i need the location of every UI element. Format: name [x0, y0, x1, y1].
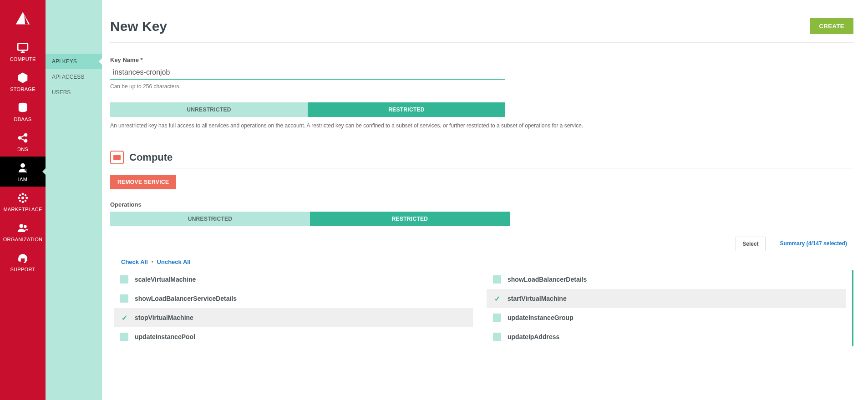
- svg-point-17: [24, 225, 26, 228]
- checkmark-icon: ✓: [120, 314, 128, 322]
- create-button[interactable]: CREATE: [810, 18, 853, 34]
- operations-tabs: Select Summary (4/147 selected): [110, 236, 853, 251]
- cube-icon: [16, 71, 30, 85]
- operations-unrestricted[interactable]: UNRESTRICTED: [110, 212, 310, 226]
- key-restriction-restricted[interactable]: RESTRICTED: [308, 102, 505, 117]
- operation-updateIpAddress[interactable]: updateIpAddress: [487, 327, 846, 346]
- operation-label: stopVirtualMachine: [135, 314, 193, 321]
- monitor-icon: [16, 41, 30, 55]
- nav-label: STORAGE: [10, 86, 36, 92]
- key-name-label: Key Name *: [110, 56, 505, 63]
- main-content: New Key CREATE Key Name * Can be up to 2…: [102, 0, 868, 400]
- share-nodes-icon: [16, 131, 30, 145]
- operation-scaleVirtualMachine[interactable]: scaleVirtualMachine: [114, 270, 473, 289]
- secondary-nav: API KEYS API ACCESS USERS: [46, 0, 102, 400]
- nav-label: SUPPORT: [10, 267, 35, 272]
- page-title: New Key: [110, 19, 167, 34]
- logo-triangle-icon: [15, 10, 30, 26]
- nav-storage[interactable]: STORAGE: [0, 66, 46, 96]
- database-icon: [16, 101, 30, 115]
- nav-iam[interactable]: IAM: [0, 157, 46, 187]
- checkbox-icon: [120, 333, 128, 341]
- restriction-description: An unrestricted key has full access to a…: [110, 122, 611, 129]
- operations-grid: scaleVirtualMachineshowLoadBalancerDetai…: [110, 270, 849, 346]
- nav-dns[interactable]: DNS: [0, 127, 46, 157]
- nav-label: IAM: [18, 177, 27, 182]
- svg-point-12: [25, 194, 26, 196]
- checkbox-icon: [493, 333, 501, 341]
- svg-point-10: [26, 197, 28, 199]
- dots-circle-icon: [16, 191, 30, 205]
- svg-point-8: [22, 201, 24, 203]
- user-key-icon: [16, 161, 30, 175]
- svg-point-9: [18, 197, 20, 199]
- checkmark-icon: ✓: [493, 294, 501, 303]
- operation-startVirtualMachine[interactable]: ✓startVirtualMachine: [487, 289, 846, 308]
- svg-point-11: [19, 194, 20, 196]
- service-title: Compute: [129, 152, 173, 163]
- checkbox-icon: [493, 275, 501, 284]
- svg-point-7: [22, 193, 24, 195]
- service-header: Compute: [110, 151, 853, 168]
- tab-select[interactable]: Select: [736, 237, 765, 251]
- operations-restriction-toggle: UNRESTRICTED RESTRICTED: [110, 212, 510, 226]
- uncheck-all-link[interactable]: Uncheck All: [157, 258, 191, 265]
- key-restriction-toggle: UNRESTRICTED RESTRICTED: [110, 102, 505, 117]
- nav-label: ORGANIZATION: [3, 237, 43, 242]
- operation-stopVirtualMachine[interactable]: ✓stopVirtualMachine: [114, 308, 473, 327]
- title-bar: New Key CREATE: [110, 18, 853, 43]
- remove-service-button[interactable]: REMOVE SERVICE: [110, 175, 176, 189]
- bulk-actions: Check All • Uncheck All: [121, 258, 853, 265]
- headset-icon: [16, 251, 30, 265]
- svg-point-14: [25, 200, 26, 201]
- operation-label: showLoadBalancerDetails: [508, 276, 587, 283]
- tab-summary[interactable]: Summary (4/147 selected): [774, 237, 853, 250]
- users-icon: [16, 221, 30, 235]
- operation-label: updateInstanceGroup: [508, 314, 574, 321]
- primary-nav-rail: COMPUTE STORAGE DBAAS DNS IAM: [0, 0, 46, 400]
- nav-support[interactable]: SUPPORT: [0, 247, 46, 277]
- svg-point-16: [20, 224, 23, 228]
- nav-compute[interactable]: COMPUTE: [0, 36, 46, 66]
- key-name-input[interactable]: [110, 66, 505, 80]
- operation-updateInstancePool[interactable]: updateInstancePool: [114, 327, 473, 346]
- subnav-users[interactable]: USERS: [46, 85, 102, 100]
- key-name-field: Key Name * Can be up to 256 characters.: [110, 56, 505, 90]
- check-all-link[interactable]: Check All: [121, 258, 148, 265]
- checkbox-icon: [493, 314, 501, 322]
- nav-label: DBAAS: [14, 116, 32, 122]
- key-restriction-unrestricted[interactable]: UNRESTRICTED: [110, 102, 308, 117]
- checkbox-icon: [120, 294, 128, 303]
- operation-label: scaleVirtualMachine: [135, 276, 196, 283]
- operation-showLoadBalancerServiceDetails[interactable]: showLoadBalancerServiceDetails: [114, 289, 473, 308]
- nav-dbaas[interactable]: DBAAS: [0, 96, 46, 127]
- checkbox-icon: [120, 275, 128, 284]
- svg-point-4: [24, 139, 27, 142]
- operation-label: updateInstancePool: [135, 333, 195, 340]
- brand-logo: [0, 0, 46, 36]
- operation-label: updateIpAddress: [508, 333, 559, 340]
- svg-point-13: [19, 200, 20, 201]
- operation-showLoadBalancerDetails[interactable]: showLoadBalancerDetails: [487, 270, 846, 289]
- operations-restricted[interactable]: RESTRICTED: [310, 212, 510, 226]
- nav-marketplace[interactable]: MARKETPLACE: [0, 187, 46, 217]
- svg-point-3: [24, 133, 27, 137]
- nav-label: MARKETPLACE: [3, 207, 42, 212]
- compute-service-icon: [110, 151, 124, 164]
- svg-rect-0: [18, 43, 28, 50]
- nav-label: DNS: [17, 147, 28, 152]
- svg-point-5: [21, 163, 25, 167]
- svg-point-15: [22, 197, 24, 199]
- nav-organization[interactable]: ORGANIZATION: [0, 217, 46, 247]
- key-name-hint: Can be up to 256 characters.: [110, 83, 505, 90]
- svg-point-6: [24, 169, 26, 171]
- bullet-separator: •: [151, 258, 153, 265]
- subnav-api-access[interactable]: API ACCESS: [46, 69, 102, 85]
- nav-label: COMPUTE: [10, 56, 36, 62]
- operation-updateInstanceGroup[interactable]: updateInstanceGroup: [487, 308, 846, 327]
- operations-heading: Operations: [110, 201, 853, 208]
- subnav-api-keys[interactable]: API KEYS: [46, 54, 102, 69]
- service-compute: Compute REMOVE SERVICE Operations UNREST…: [110, 151, 853, 346]
- operation-label: startVirtualMachine: [508, 295, 567, 302]
- svg-point-2: [18, 137, 21, 140]
